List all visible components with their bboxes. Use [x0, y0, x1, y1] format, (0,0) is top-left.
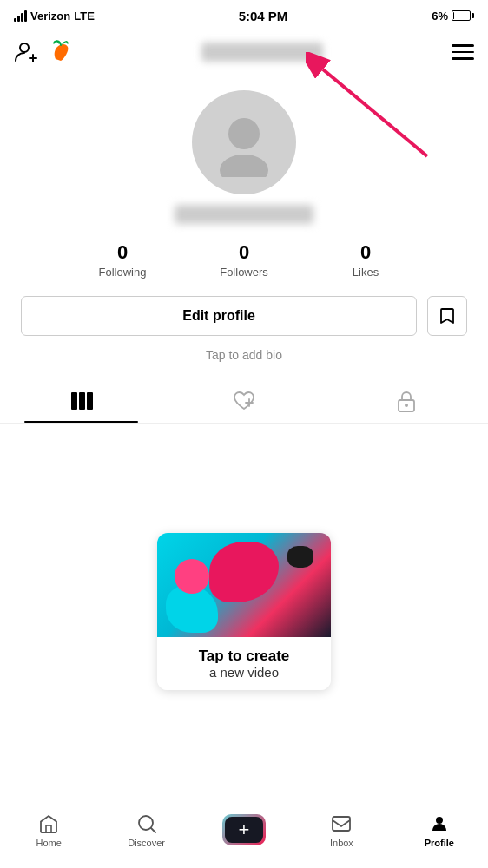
svg-rect-9 [87, 392, 93, 410]
status-time: 5:04 PM [239, 9, 288, 23]
hamburger-line-1 [452, 44, 474, 47]
nav-discover-label: Discover [128, 838, 165, 848]
following-count: 0 [117, 241, 128, 264]
followers-label: Followers [220, 266, 268, 279]
grid-icon [70, 391, 93, 411]
liked-icon [233, 391, 255, 411]
nav-plus[interactable]: + [195, 799, 293, 868]
profile-buttons-row: Edit profile [0, 296, 488, 336]
top-nav-left [14, 39, 73, 65]
battery-percent: 6% [432, 10, 448, 23]
content-area: Tap to create a new video [0, 424, 488, 799]
signal-bar-1 [14, 18, 16, 22]
status-left: Verizon LTE [14, 10, 95, 23]
svg-rect-7 [71, 392, 77, 410]
nav-profile-label: Profile [425, 838, 454, 848]
svg-point-18 [436, 817, 443, 824]
profile-section: 0 Following 0 Followers 0 Likes Edit pro… [0, 76, 488, 379]
bookmark-icon [438, 306, 457, 326]
tab-liked[interactable] [162, 379, 325, 423]
svg-rect-8 [79, 392, 85, 410]
nav-discover[interactable]: Discover [97, 799, 195, 868]
signal-bar-2 [17, 16, 20, 22]
create-card-image [157, 533, 331, 637]
svg-rect-17 [333, 817, 350, 831]
plus-button-outer[interactable]: + [222, 814, 266, 845]
followers-stat[interactable]: 0 Followers [183, 241, 305, 279]
likes-stat[interactable]: 0 Likes [305, 241, 426, 279]
svg-point-0 [20, 43, 29, 52]
signal-bar-4 [24, 10, 27, 22]
nav-home-label: Home [36, 838, 62, 848]
carrier-label: Verizon [30, 10, 70, 23]
signal-bars [14, 10, 27, 22]
nav-profile[interactable]: Profile [391, 799, 488, 868]
blob-4 [287, 546, 313, 568]
svg-point-5 [228, 118, 260, 149]
add-user-icon[interactable] [14, 39, 40, 65]
blob-1 [209, 542, 279, 602]
username-blur-block [201, 43, 323, 62]
likes-count: 0 [360, 241, 371, 264]
status-right: 6% [432, 10, 474, 23]
username-display [73, 43, 452, 62]
avatar-icon [209, 108, 279, 177]
create-video-card[interactable]: Tap to create a new video [157, 533, 331, 690]
lock-icon [397, 390, 416, 412]
carrot-icon[interactable] [49, 40, 73, 64]
bottom-nav: Home Discover + Inbox Profile [0, 799, 488, 868]
tab-videos[interactable] [0, 379, 162, 423]
create-card-title: Tap to create [171, 648, 317, 665]
profile-icon [429, 813, 450, 834]
following-stat[interactable]: 0 Following [62, 241, 183, 279]
tab-private[interactable] [326, 379, 488, 423]
avatar [192, 90, 296, 194]
tabs-row [0, 379, 488, 424]
profile-username-blur [175, 205, 313, 224]
likes-label: Likes [353, 266, 379, 279]
nav-home[interactable]: Home [0, 799, 97, 868]
hamburger-line-3 [452, 57, 474, 60]
followers-count: 0 [239, 241, 249, 264]
inbox-icon [331, 813, 352, 834]
svg-line-16 [151, 828, 155, 832]
edit-profile-button[interactable]: Edit profile [21, 296, 417, 336]
stats-row: 0 Following 0 Followers 0 Likes [0, 241, 488, 279]
blob-3 [175, 559, 209, 594]
hamburger-line-2 [452, 51, 474, 54]
create-card-subtitle: a new video [171, 665, 317, 680]
svg-point-13 [405, 404, 408, 407]
home-icon [38, 813, 59, 834]
battery-icon [452, 10, 474, 21]
nav-inbox[interactable]: Inbox [293, 799, 390, 868]
following-label: Following [99, 266, 147, 279]
status-bar: Verizon LTE 5:04 PM 6% [0, 0, 488, 31]
plus-button-inner: + [225, 817, 263, 843]
svg-point-6 [220, 155, 268, 177]
svg-rect-14 [46, 825, 51, 832]
discover-icon [136, 813, 157, 834]
bio-text[interactable]: Tap to add bio [206, 348, 282, 362]
create-card-text: Tap to create a new video [157, 637, 331, 690]
top-nav [0, 31, 488, 76]
hamburger-menu-button[interactable] [452, 44, 474, 60]
nav-inbox-label: Inbox [330, 838, 353, 848]
bookmark-button[interactable] [427, 296, 467, 336]
signal-bar-3 [21, 13, 23, 22]
network-label: LTE [74, 10, 95, 23]
